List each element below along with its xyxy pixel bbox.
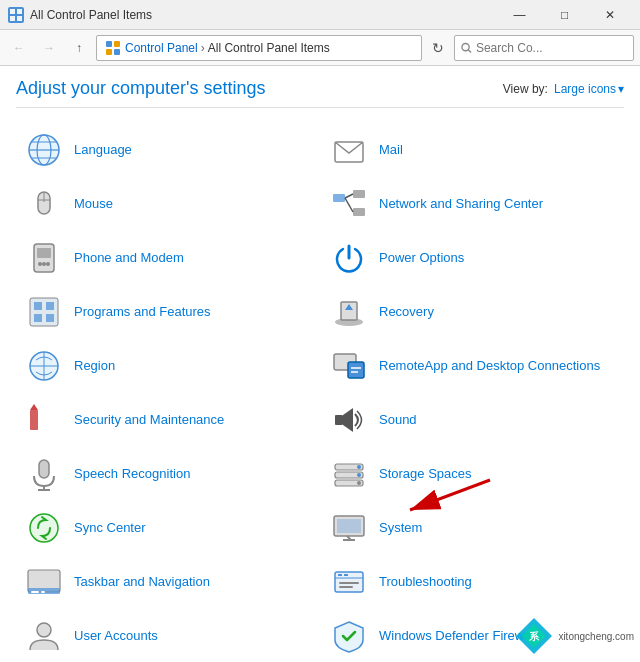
close-button[interactable]: ✕	[587, 0, 632, 30]
mail-label: Mail	[379, 142, 403, 159]
item-taskbar-navigation[interactable]: Taskbar and Navigation	[16, 556, 319, 608]
svg-rect-25	[37, 248, 51, 258]
svg-rect-30	[34, 302, 42, 310]
sync-center-icon	[24, 508, 64, 548]
item-power-options[interactable]: Power Options	[321, 232, 624, 284]
power-options-label: Power Options	[379, 250, 464, 267]
item-system[interactable]: System	[321, 502, 624, 554]
item-network-sharing[interactable]: Network and Sharing Center	[321, 178, 624, 230]
svg-point-27	[42, 262, 46, 266]
troubleshooting-label: Troubleshooting	[379, 574, 472, 591]
user-accounts-label: User Accounts	[74, 628, 158, 645]
svg-point-26	[38, 262, 42, 266]
svg-rect-47	[39, 460, 49, 478]
window-controls: — □ ✕	[497, 0, 632, 30]
refresh-button[interactable]: ↻	[426, 36, 450, 60]
storage-spaces-label: Storage Spaces	[379, 466, 472, 483]
svg-marker-46	[343, 408, 353, 432]
svg-rect-19	[333, 194, 345, 202]
search-input[interactable]	[476, 41, 627, 55]
main-content: Adjust your computer's settings View by:…	[0, 66, 640, 662]
item-sound[interactable]: Sound	[321, 394, 624, 446]
svg-line-9	[468, 49, 471, 52]
svg-point-71	[37, 623, 51, 637]
item-mail[interactable]: Mail	[321, 124, 624, 176]
svg-rect-31	[46, 302, 54, 310]
item-language[interactable]: Language	[16, 124, 319, 176]
svg-rect-45	[335, 415, 343, 425]
mail-icon	[329, 130, 369, 170]
user-accounts-icon	[24, 616, 64, 656]
view-by-label: View by:	[503, 82, 548, 96]
app-icon	[8, 7, 24, 23]
speech-recognition-label: Speech Recognition	[74, 466, 190, 483]
taskbar-navigation-label: Taskbar and Navigation	[74, 574, 210, 591]
address-bar: ← → ↑ Control Panel › All Control Panel …	[0, 30, 640, 66]
svg-rect-20	[353, 190, 365, 198]
maximize-button[interactable]: □	[542, 0, 587, 30]
svg-rect-0	[10, 9, 15, 14]
item-speech-recognition[interactable]: Speech Recognition	[16, 448, 319, 500]
svg-rect-3	[17, 16, 22, 21]
svg-rect-68	[344, 574, 348, 576]
svg-rect-2	[10, 16, 15, 21]
item-storage-spaces[interactable]: Storage Spaces	[321, 448, 624, 500]
svg-marker-44	[30, 404, 38, 410]
svg-rect-58	[337, 519, 361, 533]
item-phone-modem[interactable]: Phone and Modem	[16, 232, 319, 284]
language-label: Language	[74, 142, 132, 159]
item-security-maintenance[interactable]: Security and Maintenance	[16, 394, 319, 446]
svg-rect-4	[106, 41, 112, 47]
path-current: All Control Panel Items	[208, 41, 330, 55]
minimize-button[interactable]: —	[497, 0, 542, 30]
recovery-icon	[329, 292, 369, 332]
path-control-panel[interactable]: Control Panel	[125, 41, 198, 55]
system-icon	[329, 508, 369, 548]
svg-rect-69	[339, 582, 359, 584]
up-button[interactable]: ↑	[66, 35, 92, 61]
svg-point-28	[46, 262, 50, 266]
windows-defender-firewall-icon	[329, 616, 369, 656]
remoteapp-label: RemoteApp and Desktop Connections	[379, 358, 600, 375]
mouse-label: Mouse	[74, 196, 113, 213]
svg-point-55	[357, 481, 361, 485]
region-label: Region	[74, 358, 115, 375]
address-path[interactable]: Control Panel › All Control Panel Items	[96, 35, 422, 61]
item-programs-features[interactable]: Programs and Features	[16, 286, 319, 338]
sync-center-label: Sync Center	[74, 520, 146, 537]
item-sync-center[interactable]: Sync Center	[16, 502, 319, 554]
item-recovery[interactable]: Recovery	[321, 286, 624, 338]
svg-point-8	[462, 43, 469, 50]
back-button[interactable]: ←	[6, 35, 32, 61]
region-icon	[24, 346, 64, 386]
speech-recognition-icon	[24, 454, 64, 494]
item-remoteapp[interactable]: RemoteApp and Desktop Connections	[321, 340, 624, 392]
svg-rect-67	[338, 574, 342, 576]
recovery-label: Recovery	[379, 304, 434, 321]
window-title: All Control Panel Items	[30, 8, 152, 22]
item-mouse[interactable]: Mouse	[16, 178, 319, 230]
item-troubleshooting[interactable]: Troubleshooting	[321, 556, 624, 608]
sound-icon	[329, 400, 369, 440]
search-icon	[461, 42, 472, 54]
storage-spaces-icon	[329, 454, 369, 494]
security-maintenance-icon	[24, 400, 64, 440]
forward-button[interactable]: →	[36, 35, 62, 61]
watermark: 系 xitongcheng.com	[514, 616, 634, 656]
title-bar: All Control Panel Items — □ ✕	[0, 0, 640, 30]
item-region[interactable]: Region	[16, 340, 319, 392]
svg-point-54	[357, 473, 361, 477]
network-sharing-icon	[329, 184, 369, 224]
svg-rect-40	[348, 362, 364, 378]
search-box[interactable]	[454, 35, 634, 61]
svg-line-23	[345, 198, 353, 212]
svg-text:系: 系	[529, 631, 540, 642]
view-by: View by: Large icons ▾	[503, 82, 624, 96]
view-by-button[interactable]: Large icons ▾	[554, 82, 624, 96]
item-user-accounts[interactable]: User Accounts	[16, 610, 319, 662]
network-sharing-label: Network and Sharing Center	[379, 196, 543, 213]
phone-modem-icon	[24, 238, 64, 278]
programs-features-icon	[24, 292, 64, 332]
programs-features-label: Programs and Features	[74, 304, 211, 321]
svg-rect-7	[114, 49, 120, 55]
